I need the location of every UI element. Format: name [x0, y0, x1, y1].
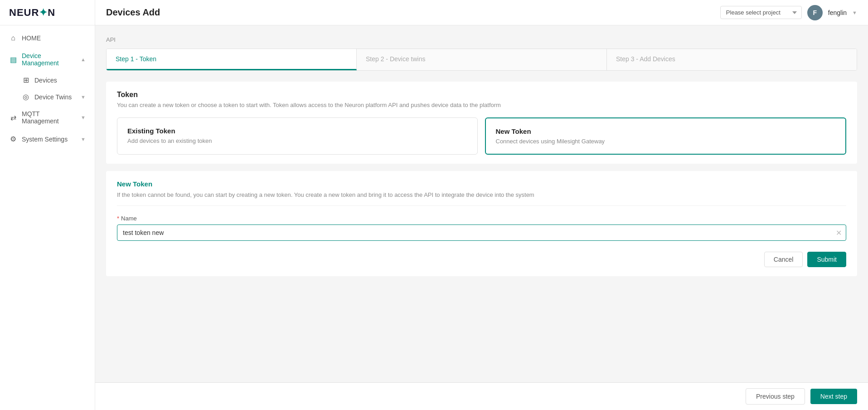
chevron-down-icon: ▼ — [81, 94, 86, 100]
new-token-form-title: New Token — [117, 180, 846, 188]
form-actions: Cancel Submit — [117, 252, 846, 267]
sidebar-item-label: HOME — [22, 34, 86, 42]
step-1-label: Step 1 - Token — [116, 55, 156, 63]
sidebar-item-device-management[interactable]: ▤ Device Management ▲ — [0, 47, 95, 72]
token-description: You can create a new token or choose a t… — [117, 102, 846, 108]
sidebar-item-label: Device Management — [22, 52, 76, 67]
logo-star: ✦ — [39, 7, 48, 18]
name-input-wrap: ✕ — [117, 225, 846, 241]
content-area: API Step 1 - Token Step 2 - Device twins… — [95, 25, 868, 382]
user-name: fenglin — [828, 9, 847, 16]
name-field: *Name ✕ — [117, 215, 846, 241]
avatar: F — [807, 5, 823, 20]
topbar-right: Please select project F fenglin ▼ — [720, 5, 857, 20]
existing-token-card[interactable]: Existing Token Add devices to an existin… — [117, 117, 478, 155]
logo-text: NEUR✦N — [9, 7, 55, 19]
sidebar-item-label: MQTT Management — [22, 110, 76, 125]
sidebar-submenu: ⊞ Devices ◎ Device Twins ▼ — [0, 72, 95, 105]
devices-icon: ⊞ — [22, 76, 30, 84]
cancel-button[interactable]: Cancel — [764, 252, 803, 267]
sidebar-item-device-twins[interactable]: ◎ Device Twins ▼ — [22, 88, 95, 105]
sidebar-nav: ⌂ HOME ▤ Device Management ▲ ⊞ Devices ◎… — [0, 25, 95, 410]
step-1[interactable]: Step 1 - Token — [107, 49, 357, 70]
sidebar-item-system-settings[interactable]: ⚙ System Settings ▼ — [0, 130, 95, 148]
sidebar-item-home[interactable]: ⌂ HOME — [0, 29, 95, 47]
required-asterisk: * — [117, 215, 119, 222]
new-token-form-desc: If the token cannot be found, you can st… — [117, 191, 846, 206]
sidebar-item-label: Devices — [34, 77, 86, 84]
previous-step-button[interactable]: Previous step — [746, 388, 805, 405]
clear-icon[interactable]: ✕ — [836, 229, 842, 237]
topbar: Devices Add Please select project F feng… — [95, 0, 868, 25]
token-title: Token — [117, 91, 846, 99]
chevron-down-icon: ▼ — [81, 137, 86, 142]
device-twins-icon: ◎ — [22, 93, 30, 101]
sidebar-item-devices[interactable]: ⊞ Devices — [22, 72, 95, 88]
new-token-card[interactable]: New Token Connect devices using Milesigh… — [485, 117, 847, 155]
token-cards: Existing Token Add devices to an existin… — [117, 117, 846, 155]
token-section: Token You can create a new token or choo… — [106, 82, 857, 164]
project-select[interactable]: Please select project — [720, 6, 802, 19]
device-management-icon: ▤ — [9, 55, 17, 64]
step-2[interactable]: Step 2 - Device twins — [357, 49, 607, 70]
api-label: API — [106, 36, 857, 43]
sidebar-item-label: Device Twins — [34, 93, 76, 101]
settings-icon: ⚙ — [9, 135, 17, 143]
mqtt-icon: ⇄ — [9, 113, 17, 122]
main-area: Devices Add Please select project F feng… — [95, 0, 868, 410]
bottom-bar: Previous step Next step — [95, 382, 868, 410]
logo: NEUR✦N — [0, 0, 95, 25]
existing-token-title: Existing Token — [127, 127, 467, 135]
page-title: Devices Add — [106, 7, 160, 18]
new-token-card-desc: Connect devices using Milesight Gateway — [496, 138, 836, 145]
new-token-form-section: New Token If the token cannot be found, … — [106, 171, 857, 276]
submit-button[interactable]: Submit — [807, 252, 846, 267]
next-step-button[interactable]: Next step — [810, 389, 857, 404]
existing-token-desc: Add devices to an existing token — [127, 137, 467, 144]
sidebar-item-mqtt-management[interactable]: ⇄ MQTT Management ▼ — [0, 105, 95, 130]
chevron-up-icon: ▲ — [81, 57, 86, 62]
name-label: *Name — [117, 215, 846, 222]
step-3[interactable]: Step 3 - Add Devices — [607, 49, 857, 70]
sidebar: NEUR✦N ⌂ HOME ▤ Device Management ▲ ⊞ De… — [0, 0, 95, 410]
name-input[interactable] — [117, 225, 846, 241]
home-icon: ⌂ — [9, 34, 17, 42]
step-2-label: Step 2 - Device twins — [366, 55, 426, 63]
step-3-label: Step 3 - Add Devices — [616, 55, 675, 63]
new-token-card-title: New Token — [496, 127, 836, 135]
steps-bar: Step 1 - Token Step 2 - Device twins Ste… — [106, 49, 857, 71]
user-menu-chevron[interactable]: ▼ — [852, 10, 857, 15]
chevron-down-icon: ▼ — [81, 115, 86, 120]
sidebar-item-label: System Settings — [22, 136, 76, 143]
